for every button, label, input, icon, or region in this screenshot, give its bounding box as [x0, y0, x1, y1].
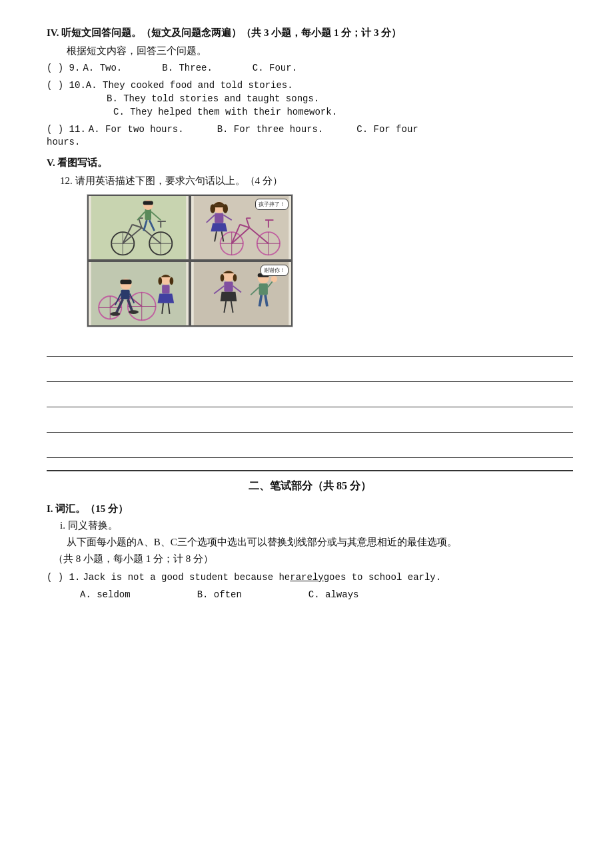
question-9: ( ) 9. A. Two. B. Three. C. Four. — [47, 63, 573, 73]
q1-option-a: A. seldom — [80, 589, 131, 600]
q10-row-c: C. They helped them with their homework. — [113, 107, 573, 117]
q9-options: A. Two. B. Three. C. Four. — [83, 63, 297, 73]
comic-cell-2: 孩子摔了！ — [190, 195, 293, 261]
q11-option-c-end: hours. — [47, 137, 80, 147]
svg-point-39 — [210, 204, 215, 213]
question-10: ( ) 10. A. They cooked food and told sto… — [47, 80, 573, 117]
q10-bracket: ( ) 10. — [47, 80, 86, 91]
section-v: V. 看图写话。 12. 请用英语描述下图，要求六句话以上。（4 分） — [47, 157, 573, 458]
section-i-title: I. 词汇。（15 分） — [47, 503, 573, 515]
part-two-title: 二、笔试部分（共 85 分） — [47, 470, 573, 493]
cell2-bubble: 孩子摔了！ — [255, 199, 289, 210]
q9-bracket: ( ) 9. — [47, 63, 80, 73]
sub-i-instruction: 从下面每小题的A、B、C三个选项中选出可以替换划线部分或与其意思相近的最佳选项。 — [67, 536, 573, 549]
q1-underlined-word: rarely — [290, 572, 323, 583]
svg-point-60 — [110, 312, 120, 316]
svg-point-86 — [271, 276, 278, 283]
q10-option-b: B. They told stories and taught songs. — [107, 93, 319, 104]
q11-row-main: ( ) 11. A. For two hours. B. For three h… — [47, 124, 573, 135]
writing-lines — [47, 337, 573, 458]
svg-point-40 — [223, 204, 228, 213]
section-iv: IV. 听短文回答问题。（短文及问题念两遍）（共 3 小题，每小题 1 分；计 … — [47, 27, 573, 147]
comic-image: 孩子摔了！ — [87, 194, 293, 327]
q10-option-c: C. They helped them with their homework. — [113, 107, 337, 117]
svg-rect-41 — [215, 213, 223, 223]
q9-option-b: B. Three. — [162, 63, 213, 73]
part-two: 二、笔试部分（共 85 分） I. 词汇。（15 分） i. 同义替换。 从下面… — [47, 470, 573, 600]
writing-line-5[interactable] — [47, 438, 573, 458]
comic-cell-1 — [87, 195, 190, 261]
section-iv-instruction: 根据短文内容，回答三个问题。 — [67, 45, 573, 57]
q11-option-c-start: C. For four — [356, 124, 418, 135]
q10-row-b: B. They told stories and taught songs. — [107, 93, 573, 104]
svg-rect-57 — [121, 290, 129, 299]
svg-point-66 — [170, 277, 174, 285]
q12-number: 12. — [60, 175, 73, 186]
comic-grid: 孩子摔了！ — [87, 195, 293, 327]
svg-rect-0 — [91, 196, 187, 259]
section-v-title: V. 看图写话。 — [47, 157, 573, 169]
svg-rect-81 — [259, 283, 268, 295]
svg-rect-17 — [143, 201, 153, 205]
section-i: I. 词汇。（15 分） i. 同义替换。 从下面每小题的A、B、C三个选项中选… — [47, 503, 573, 600]
q11-option-a: A. For two hours. — [89, 124, 184, 135]
q11-option-b: B. For three hours. — [217, 124, 324, 135]
q10-row-a: ( ) 10. A. They cooked food and told sto… — [47, 80, 573, 91]
q1-text-row: ( ) 1. Jack is not a good student becaus… — [47, 572, 441, 583]
svg-rect-56 — [120, 280, 131, 285]
picture-question-12: 12. 请用英语描述下图，要求六句话以上。（4 分） — [60, 175, 573, 187]
q1-options: A. seldom B. often C. always — [80, 589, 358, 600]
q1-text-before: Jack is not a good student because he — [83, 572, 290, 583]
q1-bracket: ( ) 1. — [47, 572, 80, 583]
q1-option-b: B. often — [197, 589, 242, 600]
sub-i-label: i. 同义替换。 — [60, 519, 573, 532]
writing-line-2[interactable] — [47, 362, 573, 382]
section-iv-title: IV. 听短文回答问题。（短文及问题念两遍）（共 3 小题，每小题 1 分；计 … — [47, 27, 573, 39]
writing-line-4[interactable] — [47, 413, 573, 433]
cell4-bubble: 谢谢你！ — [261, 265, 289, 276]
question-1: ( ) 1. Jack is not a good student becaus… — [47, 572, 573, 600]
svg-rect-67 — [162, 285, 169, 293]
svg-point-65 — [158, 277, 162, 285]
writing-line-1[interactable] — [47, 337, 573, 357]
comic-cell-4: 谢谢你！ — [190, 261, 293, 327]
svg-rect-15 — [145, 209, 152, 220]
q9-option-a: A. Two. — [83, 63, 122, 73]
question-11: ( ) 11. A. For two hours. B. For three h… — [47, 124, 573, 147]
sub-i-count: （共 8 小题，每小题 1 分；计 8 分） — [53, 553, 573, 565]
svg-rect-74 — [224, 281, 233, 291]
q9-option-c: C. Four. — [253, 63, 297, 73]
q10-option-a: A. They cooked food and told stories. — [86, 80, 293, 91]
q11-bracket: ( ) 11. — [47, 124, 86, 135]
writing-line-3[interactable] — [47, 387, 573, 407]
q12-instruction: 请用英语描述下图，要求六句话以上。（4 分） — [75, 175, 283, 186]
q1-option-c: C. always — [308, 589, 359, 600]
comic-cell-3 — [87, 261, 190, 327]
q11-continuation: hours. — [47, 136, 573, 147]
svg-point-72 — [221, 274, 225, 281]
svg-point-61 — [129, 310, 139, 314]
svg-point-73 — [233, 274, 237, 281]
q1-text-after: goes to school early. — [324, 572, 441, 583]
